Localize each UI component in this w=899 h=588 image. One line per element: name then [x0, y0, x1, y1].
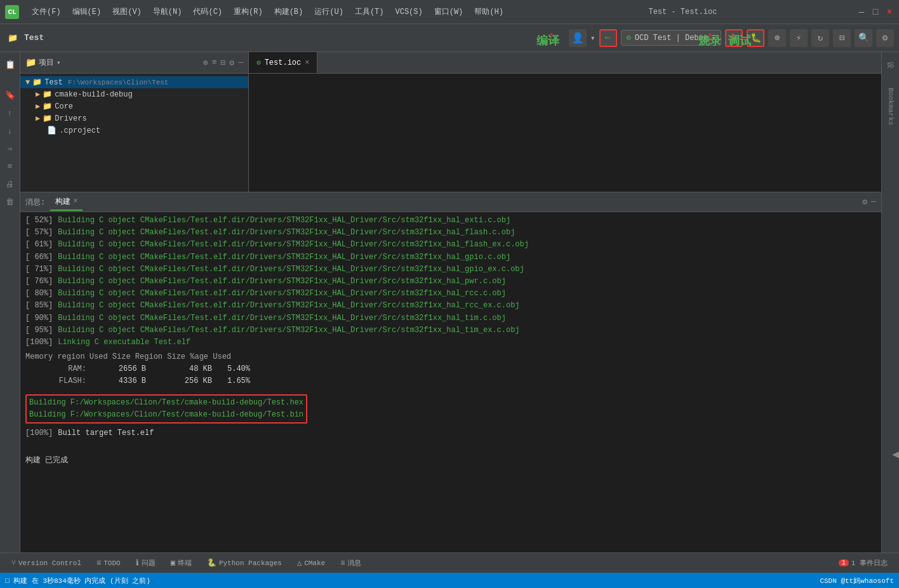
- console-settings-icon[interactable]: ⚙: [862, 197, 867, 207]
- sidebar-down-icon[interactable]: ↓: [3, 123, 18, 138]
- editor-empty: [249, 74, 881, 192]
- highlight-line-bin: Building F:/Workspaces/Clion/Test/cmake-…: [29, 409, 303, 421]
- menu-code[interactable]: 代码(C): [188, 4, 227, 20]
- cmake-icon: △: [297, 558, 302, 568]
- log-line-100-link: [100%] Linking C executable Test.elf: [25, 337, 876, 349]
- log-line-90: [ 90%] Building C object CMakeFiles/Test…: [25, 312, 876, 324]
- settings-icon[interactable]: ⚙: [229, 58, 234, 68]
- bottom-tab-version-control[interactable]: ⑂ Version Control: [5, 556, 88, 570]
- log-line-61: [ 61%] Building C object CMakeFiles/Test…: [25, 239, 876, 251]
- stop-button[interactable]: ⊟: [833, 29, 851, 47]
- collapse-all-icon[interactable]: ⊟: [221, 58, 226, 68]
- menu-file[interactable]: 文件(F): [27, 4, 66, 20]
- close-button[interactable]: ×: [885, 8, 894, 17]
- menu-window[interactable]: 窗口(W): [429, 4, 469, 20]
- sidebar-up-icon[interactable]: ↑: [3, 105, 18, 121]
- bottom-tab-todo[interactable]: ≡ TODO: [90, 556, 127, 570]
- project-panel-label: 📁 项目 ▾: [25, 57, 61, 68]
- debug-button[interactable]: 🐛: [747, 29, 764, 47]
- left-sidebar: 📋 🔖 ↑ ↓ ⇒ ≡ 🖨 🗑: [0, 52, 20, 552]
- right-sidebar-settings-icon[interactable]: 设: [883, 57, 898, 72]
- log-line-71: [ 71%] Building C object CMakeFiles/Test…: [25, 264, 876, 276]
- search-button[interactable]: 🔍: [855, 29, 872, 47]
- tree-cmake-build-debug[interactable]: ▶ 📁 cmake-build-debug: [20, 88, 248, 100]
- build-tab-close[interactable]: ×: [73, 197, 77, 206]
- sidebar-delete-icon[interactable]: 🗑: [3, 194, 18, 210]
- bottom-tab-python-packages[interactable]: 🐍 Python Packages: [201, 556, 288, 570]
- highlight-box: Building F:/Workspaces/Clion/Test/cmake-…: [25, 394, 307, 424]
- bottom-tab-cmake[interactable]: △ CMake: [291, 556, 331, 570]
- log-line-100-built: [100%] Built target Test.elf: [25, 427, 876, 439]
- title-bar: CL 文件(F) 编辑(E) 视图(V) 导航(N) 代码(C) 重构(R) 构…: [0, 0, 899, 24]
- user-icon[interactable]: 👤: [569, 29, 587, 47]
- menu-vcs[interactable]: VCS(S): [390, 5, 427, 19]
- log-line-95: [ 95%] Building C object CMakeFiles/Test…: [25, 324, 876, 337]
- bookmarks-label[interactable]: Bookmarks: [887, 88, 895, 125]
- tab-close-button[interactable]: ×: [305, 58, 309, 67]
- run-config-selector[interactable]: ⚙ OCD Test | Debug ▾: [621, 30, 721, 46]
- sidebar-print-icon[interactable]: 🖨: [3, 177, 18, 192]
- expand-all-icon[interactable]: ≡: [212, 58, 217, 68]
- file-panel-header: 📁 项目 ▾ ⊕ ≡ ⊟ ⚙ —: [20, 52, 248, 74]
- console-area: 消息: 构建 × ⚙ — [ 52%] Building C object CM…: [20, 192, 881, 522]
- maximize-button[interactable]: □: [871, 8, 880, 17]
- back-button[interactable]: ←: [599, 29, 617, 47]
- menu-view[interactable]: 视图(V): [107, 4, 147, 20]
- menu-refactor[interactable]: 重构(R): [229, 4, 268, 20]
- menu-edit[interactable]: 编辑(E): [67, 4, 107, 20]
- messages-icon: ≡: [340, 559, 345, 568]
- panel-header-icons: ⊕ ≡ ⊟ ⚙ —: [203, 58, 243, 68]
- main-toolbar: 📁 Test 👤 ▾ ← ⚙ OCD Test | Debug ▾ ▶ 🐛 ⊕ …: [0, 24, 899, 52]
- memory-header: Memory region Used Size Region Size %age…: [25, 351, 876, 363]
- minimize-button[interactable]: —: [857, 8, 866, 17]
- status-bar: □ 构建 在 3秒834毫秒 内完成 (片刻 之前) CSDN @tt妈whao…: [0, 573, 899, 588]
- profile-button[interactable]: ⚡: [790, 29, 808, 47]
- sidebar-bookmark-icon[interactable]: 🔖: [3, 88, 18, 103]
- sidebar-collapse-icon[interactable]: ⇒: [3, 141, 18, 156]
- build-tab[interactable]: 构建 ×: [50, 194, 83, 211]
- bottom-tab-messages[interactable]: ≡ 消息: [334, 556, 368, 570]
- bottom-tabs: ⑂ Version Control ≡ TODO ℹ 问题 ▣ 终端 🐍 Pyt…: [0, 552, 899, 573]
- app-icon: CL: [5, 5, 19, 19]
- sidebar-expand-icon[interactable]: ≡: [3, 159, 18, 174]
- log-line-66: [ 66%] Building C object CMakeFiles/Test…: [25, 251, 876, 264]
- analyze-button[interactable]: ↻: [811, 29, 829, 47]
- tree-drivers[interactable]: ▶ 📁 Drivers: [20, 112, 248, 124]
- right-sidebar-toggle[interactable]: ◀: [892, 447, 899, 461]
- todo-icon: ≡: [97, 559, 101, 568]
- window-controls[interactable]: — □ ×: [857, 8, 894, 17]
- add-icon[interactable]: ⊕: [203, 58, 208, 68]
- menu-run[interactable]: 运行(U): [309, 4, 349, 20]
- folder-icon: 📁: [5, 30, 20, 46]
- tab-test-ioc[interactable]: ⚙ Test.ioc ×: [249, 52, 317, 73]
- log-line-57: [ 57%] Building C object CMakeFiles/Test…: [25, 227, 876, 239]
- event-log-button[interactable]: 1 1 事件日志: [832, 556, 894, 570]
- center-panel: 📁 项目 ▾ ⊕ ≡ ⊟ ⚙ —: [20, 52, 881, 552]
- bottom-tab-terminal[interactable]: ▣ 终端: [164, 556, 198, 570]
- coverage-button[interactable]: ⊕: [768, 29, 786, 47]
- bottom-tab-problems[interactable]: ℹ 问题: [130, 556, 162, 570]
- top-section: 📁 项目 ▾ ⊕ ≡ ⊟ ⚙ —: [20, 52, 881, 192]
- spacer: [25, 439, 876, 450]
- log-line-85: [ 85%] Building C object CMakeFiles/Test…: [25, 300, 876, 312]
- editor-section: ⚙ Test.ioc ×: [249, 52, 881, 192]
- run-button[interactable]: ▶: [725, 29, 743, 47]
- console-header-right: ⚙ —: [862, 197, 876, 207]
- menu-navigate[interactable]: 导航(N): [148, 4, 187, 20]
- log-line-52: [ 52%] Building C object CMakeFiles/Test…: [25, 215, 876, 227]
- file-tree: ▼ 📁 Test F:\Workspaces\Clion\Test ▶ 📁 cm…: [20, 74, 248, 192]
- menu-tools[interactable]: 工具(T): [350, 4, 389, 20]
- sidebar-project-icon[interactable]: 📋: [3, 57, 18, 72]
- menu-help[interactable]: 帮助(H): [469, 4, 509, 20]
- tree-core[interactable]: ▶ 📁 Core: [20, 100, 248, 112]
- hide-icon[interactable]: —: [238, 58, 243, 68]
- right-sidebar: 设 Bookmarks ◀: [881, 52, 899, 552]
- menu-build[interactable]: 构建(B): [269, 4, 309, 20]
- build-status: 构建 已完成: [25, 455, 876, 467]
- settings-button[interactable]: ⚙: [876, 29, 894, 47]
- console-hide-icon[interactable]: —: [871, 197, 876, 207]
- window-title: Test - Test.ioc: [648, 8, 717, 17]
- tree-cproject[interactable]: 📄 .cproject: [20, 124, 248, 137]
- tree-root[interactable]: ▼ 📁 Test F:\Workspaces\Clion\Test: [20, 76, 248, 88]
- log-line-80: [ 80%] Building C object CMakeFiles/Test…: [25, 288, 876, 300]
